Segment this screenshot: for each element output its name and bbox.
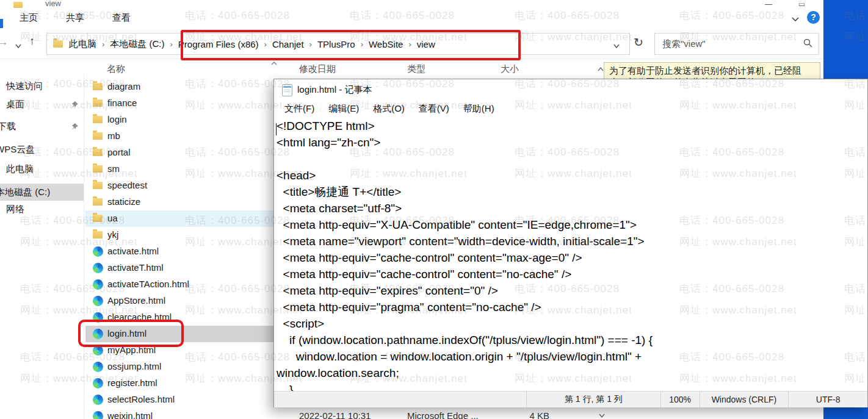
folder-icon bbox=[93, 231, 103, 238]
up-button[interactable]: ↑ bbox=[29, 35, 35, 48]
code-line: <meta name="viewport" content="width=dev… bbox=[274, 233, 867, 249]
tooltip-line1: 为了有助于防止发送者识别你的计算机，已经阻 bbox=[609, 65, 815, 76]
chevron-down-icon[interactable] bbox=[791, 13, 802, 22]
sidebar-item-label: 本地磁盘 (C:) bbox=[0, 187, 50, 198]
status-cursor-position: 第 1 行, 第 1 列 bbox=[526, 392, 660, 407]
ribbon-tab[interactable]: 查看 bbox=[104, 12, 139, 24]
sidebar-item-label: 桌面 bbox=[6, 99, 24, 110]
menu-item[interactable]: 文件(F) bbox=[281, 102, 318, 116]
folder-icon bbox=[93, 116, 103, 123]
ribbon-tab[interactable]: 主页 bbox=[11, 12, 46, 24]
code-line: if (window.location.pathname.indexOf("/t… bbox=[274, 332, 867, 348]
edge-browser-icon bbox=[93, 296, 103, 306]
edge-browser-icon bbox=[93, 411, 103, 419]
notepad-text-area[interactable]: <!DOCTYPE html><html lang="zh-cn"><head>… bbox=[274, 118, 867, 391]
sidebar-item[interactable]: 网络 bbox=[0, 201, 84, 218]
code-line: window.location = window.location.origin… bbox=[274, 348, 867, 365]
file-name: sm bbox=[107, 163, 120, 174]
folder-icon bbox=[53, 40, 63, 48]
notepad-statusbar: 第 1 行, 第 1 列 100% Windows (CRLF) UTF-8 bbox=[274, 391, 867, 407]
file-name: login bbox=[107, 114, 127, 124]
sidebar-item-label: 下载 bbox=[0, 121, 16, 132]
sidebar-item[interactable]: 此电脑 bbox=[0, 160, 84, 177]
file-name: speedtest bbox=[107, 180, 147, 190]
file-size: 4 KB bbox=[479, 410, 549, 419]
file-name: weixin.html bbox=[107, 410, 153, 419]
file-row[interactable]: weixin.html 2022-02-11 10:31 Microsoft E… bbox=[85, 408, 596, 419]
help-button[interactable]: ? bbox=[807, 11, 820, 24]
breadcrumb-segment[interactable]: 本地磁盘 (C:)› bbox=[110, 38, 178, 50]
status-line-ending: Windows (CRLF) bbox=[700, 392, 789, 407]
sidebar-item[interactable]: 桌面 bbox=[0, 96, 84, 113]
forward-button[interactable]: → bbox=[0, 35, 9, 49]
menu-item[interactable]: 帮助(H) bbox=[460, 102, 498, 116]
status-encoding: UTF-8 bbox=[788, 392, 867, 407]
status-zoom-level: 100% bbox=[660, 392, 700, 407]
breadcrumb-segment[interactable]: 此电脑› bbox=[69, 38, 110, 50]
explorer-window-title: view bbox=[45, 0, 61, 8]
menu-item[interactable]: 查看(V) bbox=[415, 102, 453, 116]
scrollbar-down-icon[interactable] bbox=[598, 410, 606, 419]
navigation-pane: 快速访问 桌面 下载 WPS云盘 bbox=[0, 74, 84, 419]
notepad-icon bbox=[282, 84, 292, 96]
notepad-titlebar[interactable]: login.html - 记事本 — ✕ bbox=[274, 79, 867, 100]
explorer-titlebar[interactable]: view — ▭ bbox=[0, 0, 823, 8]
code-line: <meta http-equiv="cache-control" content… bbox=[274, 266, 867, 282]
search-icon[interactable] bbox=[803, 38, 812, 50]
code-line: <html lang="zh-cn"> bbox=[274, 134, 867, 151]
minimize-icon[interactable]: — bbox=[765, 0, 772, 8]
sidebar-item[interactable]: 下载 bbox=[0, 118, 84, 135]
search-input[interactable]: 搜索"view" bbox=[654, 33, 819, 55]
code-line: <head> bbox=[274, 167, 867, 184]
column-header-type[interactable]: 类型 bbox=[407, 63, 425, 75]
folder-icon bbox=[93, 215, 103, 222]
column-header-size[interactable]: 大小 bbox=[501, 63, 519, 75]
file-name: activateT.html bbox=[107, 262, 164, 273]
ribbon-tab[interactable]: 共享 bbox=[57, 12, 93, 24]
column-header-name[interactable]: 名称 bbox=[107, 63, 125, 75]
file-name: activate.html bbox=[107, 246, 159, 256]
breadcrumb-separator-icon: › bbox=[170, 40, 173, 49]
notepad-title: login.html - 记事本 bbox=[297, 84, 372, 96]
edge-browser-icon bbox=[93, 395, 103, 405]
edge-browser-icon bbox=[93, 378, 103, 389]
code-line: window.location.search; bbox=[274, 365, 867, 381]
file-modified-date: 2022-02-11 10:31 bbox=[299, 410, 371, 419]
address-dropdown-icon[interactable] bbox=[613, 40, 620, 51]
file-name: AppStore.html bbox=[107, 295, 165, 306]
column-headers: 名称 修改日期 类型 大小 bbox=[85, 62, 596, 77]
file-name: diagram bbox=[107, 81, 140, 91]
sidebar-item-label: 网络 bbox=[6, 204, 24, 215]
code-line: <title>畅捷通 T+</title> bbox=[274, 184, 867, 200]
file-name: ossjump.html bbox=[107, 361, 161, 371]
code-line: <meta http-equiv="cache-control" content… bbox=[274, 249, 867, 266]
folder-icon bbox=[13, 2, 23, 8]
file-name: ua bbox=[107, 213, 118, 223]
sidebar-item[interactable]: WPS云盘 bbox=[0, 141, 84, 158]
search-value: 搜索"view" bbox=[662, 38, 803, 50]
edge-browser-icon bbox=[93, 362, 103, 372]
annotation-box-path bbox=[181, 30, 521, 60]
column-header-modified[interactable]: 修改日期 bbox=[299, 63, 336, 75]
menu-item[interactable]: 格式(O) bbox=[369, 102, 408, 116]
maximize-icon[interactable]: ▭ bbox=[798, 0, 805, 8]
notepad-menubar: 文件(F)编辑(E)格式(O)查看(V)帮助(H) bbox=[274, 100, 867, 118]
refresh-icon[interactable]: ↻ bbox=[634, 35, 643, 49]
edge-browser-icon bbox=[93, 279, 103, 290]
pin-icon bbox=[71, 100, 79, 110]
file-name: register.html bbox=[107, 378, 157, 388]
folder-icon bbox=[93, 165, 103, 173]
folder-icon bbox=[93, 83, 103, 90]
sidebar-item[interactable]: 快速访问 bbox=[0, 77, 84, 95]
chevron-down-icon[interactable] bbox=[15, 40, 22, 51]
sidebar-item[interactable]: 本地磁盘 (C:) bbox=[0, 184, 84, 201]
folder-icon bbox=[93, 198, 103, 206]
code-line: <!DOCTYPE html> bbox=[274, 118, 867, 134]
menu-item[interactable]: 编辑(E) bbox=[325, 102, 363, 116]
breadcrumb-separator-icon: › bbox=[102, 40, 104, 49]
code-line: } bbox=[274, 381, 867, 391]
sidebar-item-label: 快速访问 bbox=[6, 81, 43, 92]
edge-browser-icon bbox=[93, 246, 103, 257]
folder-icon bbox=[93, 132, 103, 140]
file-name: mb bbox=[107, 131, 120, 141]
